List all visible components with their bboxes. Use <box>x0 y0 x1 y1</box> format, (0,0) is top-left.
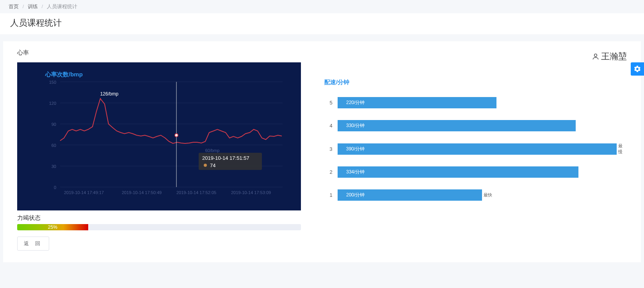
pace-bar[interactable]: 330/分钟 <box>338 120 576 131</box>
user-name: 王瀚堃 <box>601 51 627 62</box>
pace-row: 5220/分钟 <box>324 97 627 108</box>
x-axis: 2019-10-14 17:49:17 2019-10-14 17:50:49 … <box>64 190 271 195</box>
pace-tag: 最慢 <box>618 143 627 155</box>
chart-title: 心率次数/bmp <box>45 71 83 78</box>
svg-text:2019-10-14 17:49:17: 2019-10-14 17:49:17 <box>64 190 104 195</box>
pace-index: 2 <box>324 169 338 175</box>
user-icon <box>592 53 600 60</box>
page-title: 人员课程统计 <box>0 13 644 34</box>
svg-text:60: 60 <box>52 143 56 148</box>
pace-title: 配速/分钟 <box>324 79 627 86</box>
svg-text:30: 30 <box>52 164 56 169</box>
breadcrumb: 首页 / 训练 / 人员课程统计 <box>0 0 644 13</box>
main-card: 心率 王瀚堃 心率次数/bmp 0 30 60 90 <box>3 41 641 262</box>
svg-point-0 <box>594 54 597 57</box>
heart-rate-chart[interactable]: 心率次数/bmp 0 30 60 90 120 150 <box>17 62 301 210</box>
pace-row: 4330/分钟 <box>324 120 627 131</box>
svg-text:2019-10-14 17:53:09: 2019-10-14 17:53:09 <box>231 190 271 195</box>
pace-row: 1200/分钟最快 <box>324 189 627 201</box>
min-label: 60/bmp <box>205 148 220 153</box>
pace-row: 2334/分钟 <box>324 166 627 178</box>
pace-row: 3390/分钟最慢 <box>324 143 627 155</box>
svg-text:90: 90 <box>52 122 56 127</box>
svg-text:150: 150 <box>49 80 56 85</box>
pace-bar[interactable]: 220/分钟 <box>338 97 496 108</box>
user-block: 王瀚堃 <box>592 51 627 62</box>
svg-text:2019-10-14 17:52:05: 2019-10-14 17:52:05 <box>176 190 216 195</box>
tooltip-value: 74 <box>210 163 215 168</box>
heart-rate-label: 心率 <box>17 49 29 57</box>
exhaustion-percent: 25% <box>48 224 57 230</box>
tooltip-time: 2019-10-14 17:51:57 <box>202 155 249 161</box>
tooltip: 2019-10-14 17:51:57 74 <box>199 153 262 170</box>
pace-index: 1 <box>324 192 338 198</box>
pace-index: 3 <box>324 146 338 152</box>
peak-label: 126/bmp <box>100 91 119 97</box>
heart-rate-series <box>60 99 282 143</box>
pace-bar[interactable]: 390/分钟 <box>338 143 617 155</box>
svg-point-18 <box>204 164 207 167</box>
breadcrumb-current: 人员课程统计 <box>47 4 77 9</box>
pace-bar-chart: 5220/分钟4330/分钟3390/分钟最慢2334/分钟1200/分钟最快 <box>324 97 627 201</box>
pace-bar[interactable]: 200/分钟 <box>338 189 482 201</box>
svg-text:2019-10-14 17:50:49: 2019-10-14 17:50:49 <box>122 190 162 195</box>
breadcrumb-home[interactable]: 首页 <box>9 4 19 9</box>
y-axis: 0 30 60 90 120 150 <box>49 80 283 190</box>
svg-text:0: 0 <box>54 185 56 190</box>
breadcrumb-train[interactable]: 训练 <box>28 4 38 9</box>
breadcrumb-sep: / <box>23 4 24 9</box>
pace-tag: 最快 <box>484 192 492 198</box>
hover-point <box>175 134 178 137</box>
exhaustion-bar: 25% <box>17 224 301 230</box>
breadcrumb-sep: / <box>42 4 43 9</box>
pace-bar[interactable]: 334/分钟 <box>338 166 578 178</box>
svg-text:120: 120 <box>49 101 56 106</box>
pace-index: 4 <box>324 123 338 129</box>
gear-icon <box>633 65 641 73</box>
exhaustion-label: 力竭状态 <box>17 214 301 222</box>
back-button[interactable]: 返 回 <box>17 237 49 251</box>
settings-floating-button[interactable] <box>631 62 644 76</box>
pace-index: 5 <box>324 100 338 106</box>
